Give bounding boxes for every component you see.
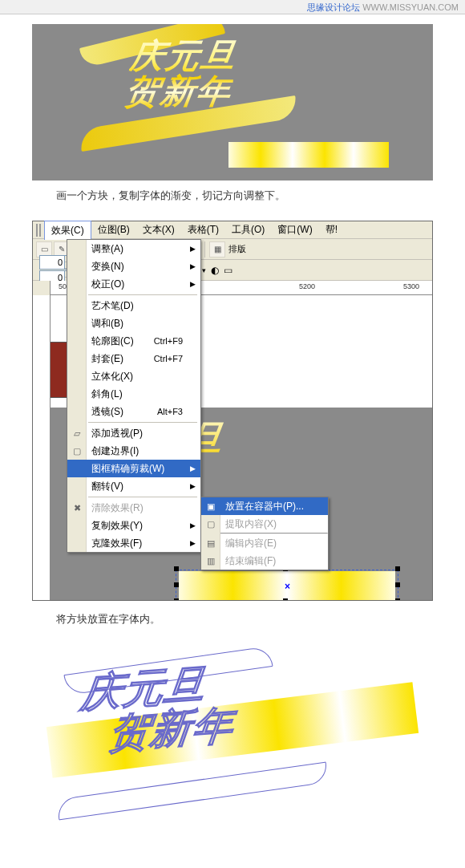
menu-item-correct[interactable]: 校正(O)▶ (67, 275, 200, 293)
site-url: WWW.MISSYUAN.COM (362, 2, 459, 12)
menu-item-transform[interactable]: 变换(N)▶ (67, 258, 200, 275)
selection-center-icon[interactable]: × (285, 581, 293, 589)
gradient-rectangle (228, 142, 389, 168)
menu-bitmap[interactable]: 位图(B) (91, 221, 136, 239)
ruler-label: 5200 (299, 282, 315, 290)
tool-icon[interactable]: ▭ (224, 265, 232, 276)
menu-separator (88, 294, 197, 295)
menu-separator (88, 422, 197, 423)
menu-item-art-pen[interactable]: 艺术笔(D) (67, 297, 200, 314)
menu-item-envelope[interactable]: 封套(E)Ctrl+F7 (67, 350, 200, 367)
site-header: 思缘设计论坛 WWW.MISSYUAN.COM (0, 0, 465, 14)
hotkey-label: Ctrl+F9 (154, 332, 183, 350)
separator (204, 241, 205, 258)
menu-table[interactable]: 表格(T) (181, 221, 225, 239)
vertical-ruler (33, 295, 51, 600)
submenu-arrow-icon: ▶ (190, 534, 196, 552)
menu-item-lens[interactable]: 透镜(S)Alt+F3 (67, 403, 200, 420)
menu-item-finish-edit: ▥结束编辑(F) (201, 552, 328, 570)
submenu-arrow-icon: ▶ (190, 240, 196, 258)
menu-separator (88, 497, 197, 497)
menu-item-extrude[interactable]: 立体化(X) (67, 367, 200, 385)
menu-item-blend[interactable]: 调和(B) (67, 314, 200, 332)
extract-icon: ▢ (204, 517, 217, 530)
figure-3: 庆元旦 贺新年 (32, 644, 433, 845)
tool-icon[interactable]: ◐ (211, 265, 219, 276)
menu-item-create-boundary[interactable]: ▢创建边界(I) (67, 442, 200, 460)
menu-item-flip[interactable]: 翻转(V)▶ (67, 477, 200, 495)
selection-handle[interactable] (395, 566, 400, 571)
text-line-2: 贺新年 (123, 74, 234, 109)
menu-bar: 效果(C) 位图(B) 文本(X) 表格(T) 工具(O) 窗口(W) 帮! (33, 221, 432, 239)
layout-icon[interactable]: ▦ (209, 241, 225, 258)
selection-handle[interactable] (174, 566, 179, 571)
menu-help[interactable]: 帮! (319, 221, 344, 239)
menu-tools[interactable]: 工具(O) (225, 221, 271, 239)
ruler-label: 5300 (403, 282, 419, 290)
hotkey-label: Alt+F3 (157, 403, 183, 420)
hotkey-label: Ctrl+F7 (154, 350, 183, 367)
perspective-icon: ▱ (71, 427, 83, 440)
layout-label: 排版 (228, 243, 246, 255)
caption-1: 画一个方块，复制字体的渐变，切记方向调整下。 (56, 189, 465, 203)
menu-window[interactable]: 窗口(W) (271, 221, 318, 239)
clear-icon: ✖ (71, 501, 83, 514)
menu-item-adjust[interactable]: 调整(A)▶ (67, 240, 200, 258)
menu-text[interactable]: 文本(X) (136, 221, 181, 239)
ruler-corner (33, 281, 51, 295)
finish-icon: ▥ (204, 554, 217, 567)
outline-text: 庆元旦 贺新年 (75, 661, 240, 756)
submenu-arrow-icon: ▶ (190, 275, 196, 293)
selection-handle[interactable] (395, 582, 400, 587)
menu-effects[interactable]: 效果(C) (44, 221, 91, 240)
menu-item-edit-content: ▤编辑内容(E) (201, 534, 328, 552)
menu-item-place-in-container[interactable]: ▣放置在容器中(P)... (201, 497, 328, 515)
submenu-arrow-icon: ▶ (190, 517, 196, 534)
edit-icon: ▤ (204, 537, 217, 550)
site-name: 思缘设计论坛 (307, 2, 360, 12)
menu-item-extract: ▢提取内容(X) (201, 515, 328, 533)
coreldraw-window: 效果(C) 位图(B) 文本(X) 表格(T) 工具(O) 窗口(W) 帮! ▭… (32, 221, 433, 601)
figure-1: 庆元旦 贺新年 (32, 24, 433, 180)
outline-line-2: 贺新年 (107, 704, 236, 754)
text-line-1: 庆元旦 (128, 39, 239, 74)
selection-handle[interactable] (283, 598, 288, 600)
dropdown-arrow-icon[interactable]: ▾ (202, 266, 206, 274)
menu-item-contour[interactable]: 轮廓图(C)Ctrl+F9 (67, 332, 200, 350)
menu-item-clone-effect[interactable]: 克隆效果(F)▶ (67, 534, 200, 552)
powerclip-submenu: ▣放置在容器中(P)... ▢提取内容(X) ▤编辑内容(E) ▥结束编辑(F) (200, 497, 329, 570)
menu-item-clear-effect: ✖清除效果(R) (67, 499, 200, 517)
gold-text-art: 庆元旦 贺新年 (123, 39, 239, 109)
menu-item-powerclip[interactable]: 图框精确剪裁(W)▶ (67, 460, 200, 477)
caption-2: 将方块放置在字体内。 (56, 612, 465, 627)
effects-menu-dropdown: 调整(A)▶ 变换(N)▶ 校正(O)▶ 艺术笔(D) 调和(B) 轮廓图(C)… (67, 239, 201, 553)
menubar-handle[interactable] (36, 224, 41, 237)
menu-item-copy-effect[interactable]: 复制效果(Y)▶ (67, 517, 200, 534)
selection-handle[interactable] (174, 582, 179, 587)
selection-handle[interactable] (395, 598, 400, 600)
container-icon: ▣ (204, 500, 217, 513)
selection-handle[interactable] (174, 598, 179, 600)
menu-item-add-perspective[interactable]: ▱添加透视(P) (67, 424, 200, 442)
submenu-arrow-icon: ▶ (190, 258, 196, 275)
menu-item-bevel[interactable]: 斜角(L) (67, 385, 200, 403)
submenu-arrow-icon: ▶ (190, 477, 196, 495)
boundary-icon: ▢ (71, 444, 83, 457)
submenu-arrow-icon: ▶ (190, 460, 196, 477)
